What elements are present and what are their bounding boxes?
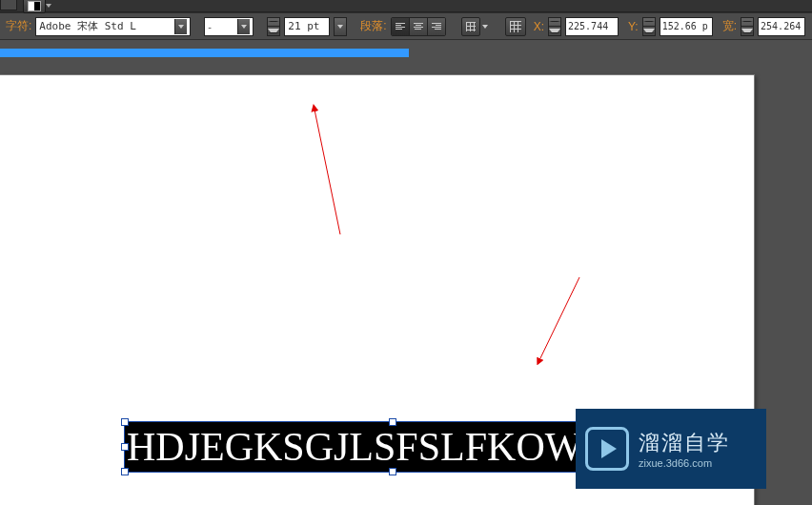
x-input[interactable]: 225.744	[565, 17, 619, 36]
resize-handle[interactable]	[121, 443, 129, 451]
font-family-value: Adobe 宋体 Std L	[39, 19, 135, 33]
chevron-down-icon[interactable]	[174, 19, 187, 34]
panel-frag	[0, 0, 17, 10]
grid-icon	[466, 22, 476, 31]
font-style-value: -	[208, 21, 212, 32]
x-spinner[interactable]	[548, 17, 561, 36]
workspace: HDJEGKSGJLSFSLFKOWEJF 溜溜自学 zixue.3d66.co…	[0, 40, 812, 505]
document-tab[interactable]	[0, 49, 409, 57]
watermark: 溜溜自学 zixue.3d66.com	[576, 409, 766, 489]
resize-handle[interactable]	[389, 418, 396, 426]
font-size-dropdown[interactable]	[334, 17, 347, 36]
x-value: 225.744	[568, 21, 608, 31]
w-value: 254.264	[761, 21, 801, 31]
font-size-spinner[interactable]	[267, 17, 280, 36]
w-input[interactable]: 254.264	[758, 17, 805, 36]
w-label: 宽:	[722, 18, 737, 34]
y-input[interactable]: 152.66 p	[660, 17, 713, 36]
align-left-button[interactable]	[392, 18, 410, 35]
watermark-subtitle: zixue.3d66.com	[639, 457, 730, 469]
svg-line-1	[539, 277, 579, 360]
paragraph-label: 段落:	[360, 18, 386, 34]
window-tab-strip	[0, 0, 812, 12]
screen-mode-icon	[28, 1, 41, 11]
y-label: Y:	[628, 20, 639, 33]
grid-icon	[510, 21, 521, 32]
chevron-down-icon	[268, 29, 279, 33]
x-label: X:	[534, 20, 544, 33]
screen-mode-button[interactable]	[23, 0, 46, 13]
control-bar: 字符: Adobe 宋体 Std L - 21 pt 段落:	[0, 12, 812, 40]
play-icon	[585, 427, 629, 471]
resize-handle[interactable]	[121, 418, 129, 426]
w-spinner[interactable]	[741, 17, 754, 36]
chevron-up-icon	[268, 21, 279, 22]
y-spinner[interactable]	[642, 17, 656, 36]
frame-grid-button[interactable]	[461, 17, 480, 36]
font-family-select[interactable]: Adobe 宋体 Std L	[35, 17, 191, 36]
chevron-down-icon[interactable]	[482, 25, 488, 29]
resize-handle[interactable]	[121, 468, 129, 475]
resize-handle[interactable]	[389, 468, 396, 475]
chevron-down-icon[interactable]	[46, 4, 51, 8]
y-value: 152.66 p	[662, 21, 708, 31]
font-label: 字符:	[6, 18, 31, 34]
align-group	[391, 17, 446, 36]
cell-count-button[interactable]	[505, 17, 526, 36]
font-size-input[interactable]: 21 pt	[284, 17, 330, 36]
chevron-down-icon[interactable]	[237, 19, 250, 34]
align-center-button[interactable]	[410, 18, 428, 35]
font-style-select[interactable]: -	[204, 17, 254, 36]
watermark-title: 溜溜自学	[639, 429, 730, 457]
align-right-button[interactable]	[428, 18, 445, 35]
font-size-value: 21 pt	[288, 20, 319, 32]
svg-line-0	[315, 110, 340, 234]
